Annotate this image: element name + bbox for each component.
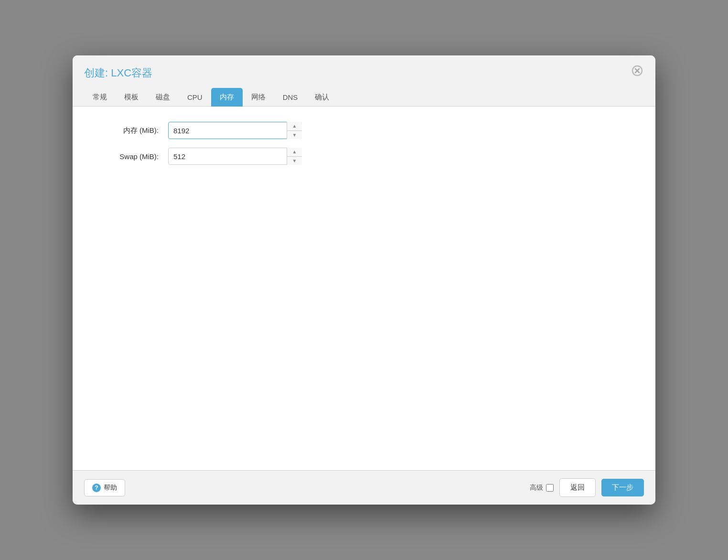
swap-label: Swap (MiB): [92,152,168,161]
dialog-content: 内存 (MiB): ▲ ▼ Swap (MiB): ▲ ▼ [73,107,655,470]
dialog-title: 创建: LXC容器 [84,66,152,88]
memory-row: 内存 (MiB): ▲ ▼ [92,122,636,139]
swap-spinner-buttons: ▲ ▼ [287,148,302,165]
tab-dns[interactable]: DNS [274,88,307,106]
tab-network[interactable]: 网络 [243,88,274,107]
create-lxc-dialog: 创建: LXC容器 常规 模板 磁盘 CPU 内存 网络 DNS 确认 内存 (… [73,55,655,505]
back-button[interactable]: 返回 [559,478,596,497]
tab-template[interactable]: 模板 [116,88,147,107]
advanced-checkbox-label[interactable]: 高级 [530,484,554,492]
next-button[interactable]: 下一步 [601,479,644,496]
footer-right: 高级 返回 下一步 [530,478,644,497]
memory-label: 内存 (MiB): [92,126,168,135]
tabs-bar: 常规 模板 磁盘 CPU 内存 网络 DNS 确认 [73,88,655,107]
swap-increment-button[interactable]: ▲ [287,148,302,157]
help-label: 帮助 [104,484,117,492]
swap-decrement-button[interactable]: ▼ [287,157,302,165]
advanced-label-text: 高级 [530,484,543,492]
help-icon: ? [92,484,101,492]
swap-input[interactable] [168,148,302,165]
tab-confirm[interactable]: 确认 [306,88,338,107]
memory-increment-button[interactable]: ▲ [287,122,302,131]
dialog-header: 创建: LXC容器 [73,55,655,88]
memory-spinner: ▲ ▼ [168,122,302,139]
tab-disk[interactable]: 磁盘 [147,88,179,107]
tab-general[interactable]: 常规 [84,88,116,107]
swap-spinner: ▲ ▼ [168,148,302,165]
tab-memory[interactable]: 内存 [211,88,243,107]
close-button[interactable] [631,64,644,77]
memory-decrement-button[interactable]: ▼ [287,131,302,140]
help-button[interactable]: ? 帮助 [84,479,125,496]
dialog-footer: ? 帮助 高级 返回 下一步 [73,470,655,505]
tab-cpu[interactable]: CPU [179,88,211,106]
footer-left: ? 帮助 [84,479,125,496]
swap-row: Swap (MiB): ▲ ▼ [92,148,636,165]
memory-input[interactable] [168,122,302,139]
advanced-checkbox[interactable] [546,484,554,492]
memory-spinner-buttons: ▲ ▼ [287,122,302,139]
